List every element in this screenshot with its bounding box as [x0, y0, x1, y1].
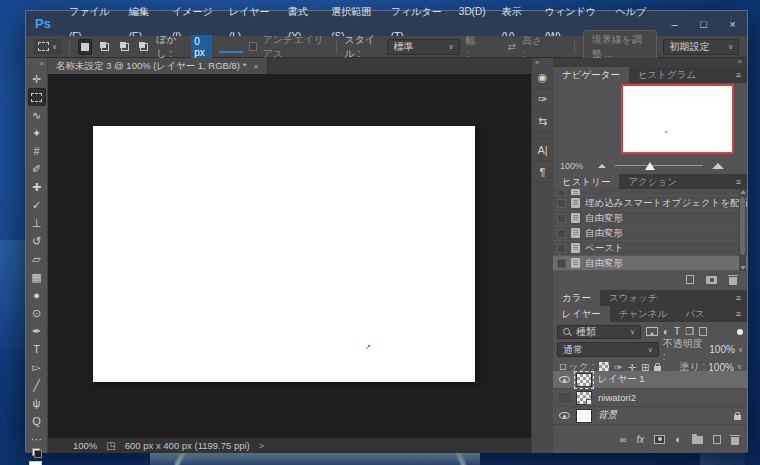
- expand-panels-icon[interactable]: «: [532, 58, 539, 67]
- history-brush-tool[interactable]: ↺: [28, 232, 46, 250]
- link-layers-icon[interactable]: ∞: [619, 434, 626, 445]
- crop-tool[interactable]: #: [28, 142, 46, 160]
- layer-row[interactable]: 背景: [553, 407, 747, 425]
- set-source-well[interactable]: [557, 214, 566, 223]
- panel-menu-icon[interactable]: ≡: [736, 306, 747, 322]
- adjustment-layer-icon[interactable]: ◐: [675, 433, 682, 445]
- filter-shape-layers-icon[interactable]: ❒: [685, 326, 694, 337]
- minimize-button[interactable]: –: [660, 11, 689, 36]
- history-state-row[interactable]: 自由変形: [553, 226, 747, 241]
- canvas-area[interactable]: [48, 74, 531, 438]
- eraser-tool[interactable]: ▱: [28, 250, 46, 268]
- filter-type-layers-icon[interactable]: T: [674, 326, 680, 337]
- zoom-in-mountain-icon[interactable]: [712, 163, 724, 169]
- properties-icon[interactable]: ◉: [533, 67, 553, 89]
- swap-dimensions-icon[interactable]: ⇄: [508, 41, 516, 52]
- intersect-selection-button[interactable]: [137, 39, 151, 55]
- clone-stamp-tool[interactable]: ⊥: [28, 214, 46, 232]
- new-snapshot-icon[interactable]: [706, 276, 717, 284]
- history-state-row[interactable]: 自由変形: [553, 211, 747, 226]
- eyedropper-tool[interactable]: ✐: [28, 160, 46, 178]
- brush-settings-icon[interactable]: ✑: [533, 89, 553, 111]
- new-group-icon[interactable]: [692, 436, 703, 444]
- navigator-proxy-preview[interactable]: [621, 84, 734, 154]
- set-source-well[interactable]: [557, 259, 566, 268]
- foreground-background-swatches[interactable]: [29, 461, 45, 465]
- clone-source-icon[interactable]: ⇆: [533, 111, 553, 133]
- filter-toggle-icon[interactable]: [737, 329, 743, 335]
- filter-pixel-layers-icon[interactable]: [646, 327, 658, 336]
- scroll-down-icon[interactable]: [740, 266, 746, 270]
- close-button[interactable]: ×: [718, 11, 747, 36]
- subtract-from-selection-button[interactable]: [117, 39, 131, 55]
- navigator-zoom-slider[interactable]: [615, 165, 703, 166]
- delete-layer-icon[interactable]: [731, 437, 739, 445]
- tab-navigator[interactable]: ナビゲーター: [553, 67, 629, 83]
- set-source-well[interactable]: [557, 199, 566, 208]
- add-mask-icon[interactable]: [654, 435, 665, 444]
- opacity-value[interactable]: 100%: [709, 344, 735, 355]
- blend-mode-dropdown[interactable]: 通常 ∨: [557, 342, 659, 357]
- layer-style-icon[interactable]: fx: [637, 434, 645, 445]
- filter-adjustment-layers-icon[interactable]: ◐: [663, 326, 669, 337]
- history-state-row[interactable]: 自由変形: [553, 256, 747, 271]
- layer-name[interactable]: 背景: [598, 409, 617, 422]
- tool-preset-picker[interactable]: ∨: [34, 39, 61, 54]
- document-canvas[interactable]: [93, 126, 475, 382]
- scrollbar-thumb[interactable]: [740, 197, 745, 255]
- panel-menu-icon[interactable]: ≡: [736, 67, 747, 83]
- rectangular-marquee-tool[interactable]: [28, 88, 46, 106]
- maximize-button[interactable]: □: [689, 11, 718, 36]
- history-state-row[interactable]: 埋め込みスマートオブジェクトを配置: [553, 196, 747, 211]
- layer-row[interactable]: レイヤー 1: [553, 371, 747, 389]
- set-source-well[interactable]: [557, 244, 566, 253]
- style-dropdown[interactable]: 標準 ∨: [387, 39, 459, 55]
- panel-menu-icon[interactable]: ≡: [736, 174, 747, 190]
- quick-selection-tool[interactable]: ✦: [28, 124, 46, 142]
- new-document-from-state-icon[interactable]: [686, 275, 694, 284]
- delete-state-icon[interactable]: [729, 277, 737, 285]
- zoom-out-mountain-icon[interactable]: [598, 164, 606, 168]
- tab-layers[interactable]: レイヤー: [553, 306, 610, 322]
- filter-smart-objects-icon[interactable]: [699, 327, 707, 336]
- panel-menu-icon[interactable]: ≡: [736, 290, 747, 306]
- export-icon[interactable]: ◳: [106, 440, 115, 451]
- set-source-well[interactable]: [557, 229, 566, 238]
- scroll-up-icon[interactable]: [740, 190, 746, 194]
- new-selection-button[interactable]: [78, 39, 92, 55]
- visibility-off-icon[interactable]: [559, 393, 570, 402]
- tab-actions[interactable]: アクション: [619, 174, 686, 190]
- zoom-level[interactable]: 100%: [73, 440, 97, 451]
- character-icon[interactable]: A|: [533, 139, 553, 161]
- visibility-eye-icon[interactable]: [559, 412, 570, 419]
- dodge-tool[interactable]: ⊙: [28, 304, 46, 322]
- brush-tool[interactable]: ✓: [28, 196, 46, 214]
- tab-color[interactable]: カラー: [553, 290, 600, 306]
- lasso-tool[interactable]: ∿: [28, 106, 46, 124]
- antialias-checkbox[interactable]: [249, 42, 257, 51]
- zoom-tool[interactable]: Q: [28, 412, 46, 430]
- hand-tool[interactable]: ψ: [28, 394, 46, 412]
- add-to-selection-button[interactable]: [98, 39, 112, 55]
- tab-history[interactable]: ヒストリー: [553, 174, 619, 190]
- visibility-eye-icon[interactable]: [559, 376, 570, 383]
- paragraph-icon[interactable]: ¶: [533, 161, 553, 183]
- layer-name[interactable]: niwatori2: [598, 392, 636, 403]
- collapse-toolbar-icon[interactable]: »: [40, 58, 47, 70]
- layer-name[interactable]: レイヤー 1: [598, 373, 645, 386]
- tab-swatches[interactable]: スウォッチ: [600, 290, 667, 306]
- workspace-preset-dropdown[interactable]: 初期設定 ∨: [663, 39, 739, 55]
- tab-histogram[interactable]: ヒストグラム: [629, 67, 705, 83]
- line-tool[interactable]: ╱: [28, 376, 46, 394]
- layer-filter-dropdown[interactable]: 種類 ∨: [557, 325, 641, 339]
- layer-row[interactable]: niwatori2: [553, 389, 747, 407]
- new-layer-icon[interactable]: [713, 435, 721, 444]
- collapse-panels-icon[interactable]: »: [738, 57, 742, 66]
- path-selection-tool[interactable]: ▻: [28, 358, 46, 376]
- history-state-row[interactable]: ペースト: [553, 241, 747, 256]
- slider-thumb[interactable]: [645, 162, 655, 170]
- tab-paths[interactable]: パス: [676, 306, 713, 322]
- feather-input[interactable]: 0 px: [191, 35, 212, 59]
- gradient-tool[interactable]: ▦: [28, 268, 46, 286]
- spot-healing-brush-tool[interactable]: ✚: [28, 178, 46, 196]
